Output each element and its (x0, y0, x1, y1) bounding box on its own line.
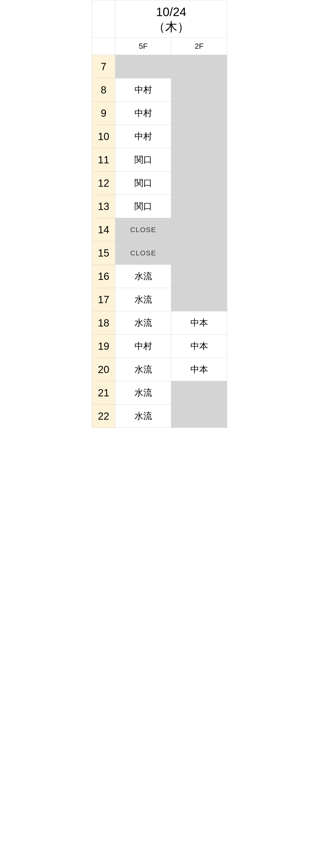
col1-cell: CLOSE (115, 241, 171, 265)
hour-cell: 20 (92, 358, 115, 381)
schedule-table: 10/24 （木） 5F 2F 78中村9中村10中村11関口12関口13関口1… (92, 0, 227, 428)
table-row: 18水流中本 (92, 311, 227, 335)
table-row: 15CLOSE (92, 241, 227, 265)
col1-cell: 水流 (115, 405, 171, 428)
hour-cell: 22 (92, 405, 115, 428)
col2-cell: 中本 (171, 311, 227, 335)
col2-cell (171, 195, 227, 218)
table-row: 20水流中本 (92, 358, 227, 381)
table-row: 10中村 (92, 125, 227, 148)
col1-cell: 中村 (115, 335, 171, 358)
table-row: 9中村 (92, 102, 227, 125)
hour-cell: 11 (92, 148, 115, 172)
col1-cell: 水流 (115, 288, 171, 311)
hour-cell: 7 (92, 55, 115, 78)
col1-cell: 水流 (115, 358, 171, 381)
col2-cell (171, 265, 227, 288)
hour-cell: 14 (92, 218, 115, 241)
col2-cell (171, 172, 227, 195)
col2-cell (171, 405, 227, 428)
col2-cell (171, 241, 227, 265)
col1-cell: 中村 (115, 125, 171, 148)
table-row: 8中村 (92, 78, 227, 102)
table-row: 16水流 (92, 265, 227, 288)
table-row: 7 (92, 55, 227, 78)
col2-cell (171, 125, 227, 148)
col2-cell (171, 102, 227, 125)
empty-header-cell (92, 0, 115, 38)
header-date-row: 10/24 （木） (92, 0, 227, 38)
col-2f-header: 2F (171, 38, 227, 55)
table-row: 19中村中本 (92, 335, 227, 358)
hour-cell: 18 (92, 311, 115, 335)
hour-cell: 8 (92, 78, 115, 102)
empty-col-header (92, 38, 115, 55)
col1-cell (115, 55, 171, 78)
col1-cell: 中村 (115, 102, 171, 125)
col2-cell (171, 288, 227, 311)
date-header: 10/24 （木） (115, 0, 227, 38)
hour-cell: 16 (92, 265, 115, 288)
col1-cell: 水流 (115, 311, 171, 335)
table-row: 22水流 (92, 405, 227, 428)
table-row: 17水流 (92, 288, 227, 311)
schedule-body: 78中村9中村10中村11関口12関口13関口14CLOSE15CLOSE16水… (92, 55, 227, 428)
col1-cell: 水流 (115, 381, 171, 405)
col1-cell: 関口 (115, 195, 171, 218)
table-row: 21水流 (92, 381, 227, 405)
col2-cell (171, 55, 227, 78)
col-5f-header: 5F (115, 38, 171, 55)
col2-cell (171, 381, 227, 405)
col1-cell: 関口 (115, 148, 171, 172)
day-text: （木） (153, 20, 189, 34)
col1-cell: CLOSE (115, 218, 171, 241)
col2-cell (171, 78, 227, 102)
hour-cell: 9 (92, 102, 115, 125)
col2-cell: 中本 (171, 335, 227, 358)
table-row: 11関口 (92, 148, 227, 172)
col1-cell: 中村 (115, 78, 171, 102)
col2-cell (171, 218, 227, 241)
col1-cell: 水流 (115, 265, 171, 288)
hour-cell: 12 (92, 172, 115, 195)
hour-cell: 15 (92, 241, 115, 265)
table-row: 13関口 (92, 195, 227, 218)
hour-cell: 13 (92, 195, 115, 218)
hour-cell: 21 (92, 381, 115, 405)
table-row: 14CLOSE (92, 218, 227, 241)
hour-cell: 10 (92, 125, 115, 148)
column-header-row: 5F 2F (92, 38, 227, 55)
hour-cell: 17 (92, 288, 115, 311)
col2-cell: 中本 (171, 358, 227, 381)
date-text: 10/24 (156, 5, 186, 19)
col1-cell: 関口 (115, 172, 171, 195)
hour-cell: 19 (92, 335, 115, 358)
col2-cell (171, 148, 227, 172)
table-row: 12関口 (92, 172, 227, 195)
